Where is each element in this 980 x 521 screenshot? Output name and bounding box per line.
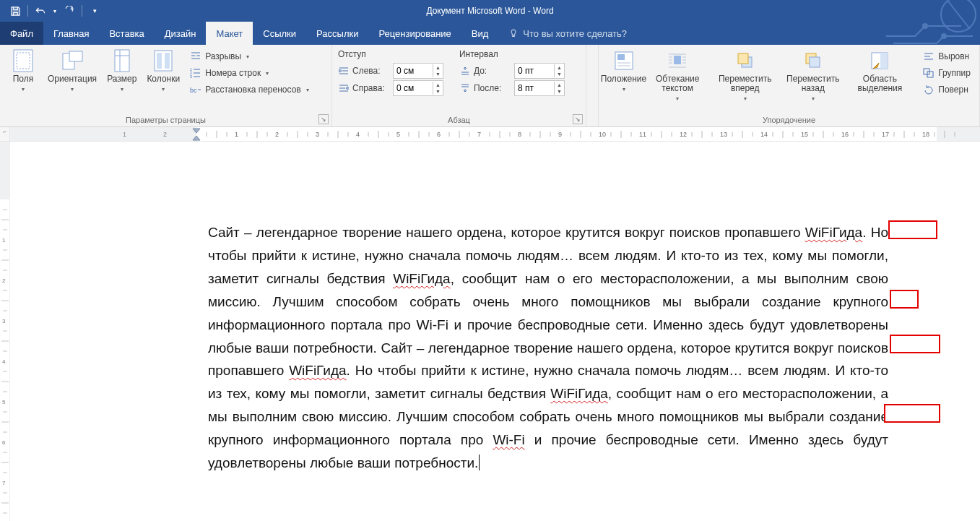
svg-text:6: 6 bbox=[437, 131, 441, 138]
qat-customize-icon[interactable]: ▾ bbox=[87, 3, 103, 19]
wrap-text-icon bbox=[666, 49, 689, 72]
svg-text:4: 4 bbox=[356, 131, 360, 138]
ruler-corner: ⌐ bbox=[0, 127, 10, 141]
tab-mailings[interactable]: Рассылки bbox=[306, 22, 368, 45]
svg-rect-16 bbox=[617, 54, 625, 60]
annotation-box bbox=[884, 404, 940, 423]
svg-rect-6 bbox=[69, 51, 82, 61]
svg-rect-21 bbox=[810, 57, 820, 67]
svg-rect-19 bbox=[738, 53, 748, 64]
page-setup-launcher[interactable]: ↘ bbox=[318, 114, 329, 124]
ribbon: Поля▾ Ориентация▾ Размер▾ Колонки▾ bbox=[0, 45, 980, 127]
undo-dropdown-icon[interactable]: ▾ bbox=[51, 3, 58, 19]
page-host[interactable]: Сайт – легендарное творение нашего орден… bbox=[10, 142, 980, 521]
group-button[interactable]: Группир bbox=[920, 66, 974, 80]
svg-text:15: 15 bbox=[801, 131, 808, 138]
send-backward-button[interactable]: Переместить назад▾ bbox=[782, 48, 844, 103]
align-button[interactable]: Выровн bbox=[920, 49, 974, 64]
spacing-header: Интервал bbox=[459, 49, 565, 59]
indent-left-input[interactable]: ▲▼ bbox=[393, 63, 443, 79]
ruler-horizontal[interactable]: ⌐ 21123456789101112131415161718 bbox=[0, 127, 980, 142]
rotate-icon bbox=[923, 84, 935, 95]
svg-text:16: 16 bbox=[841, 131, 849, 138]
paragraph-launcher[interactable]: ↘ bbox=[573, 114, 583, 124]
orientation-button[interactable]: Ориентация▾ bbox=[45, 48, 100, 94]
svg-rect-23 bbox=[880, 53, 888, 69]
document-body[interactable]: Сайт – легендарное творение нашего орден… bbox=[208, 221, 888, 475]
spelling-error[interactable]: Wi-Fi bbox=[493, 432, 524, 447]
window-title: Документ Microsoft Word - Word bbox=[0, 6, 980, 16]
tab-file[interactable]: Файл bbox=[0, 22, 43, 45]
indent-left-label: Слева: bbox=[352, 66, 390, 76]
indent-right-input[interactable]: ▲▼ bbox=[393, 80, 443, 96]
spacing-after-input[interactable]: ▲▼ bbox=[514, 80, 565, 96]
undo-icon[interactable] bbox=[32, 3, 48, 19]
spelling-error[interactable]: WiFiГида bbox=[805, 225, 862, 240]
breaks-button[interactable]: Разрывы▾ bbox=[187, 49, 312, 64]
titlebar: ▾ ▾ Документ Microsoft Word - Word bbox=[0, 0, 980, 22]
svg-text:1: 1 bbox=[2, 237, 6, 244]
svg-rect-10 bbox=[165, 53, 170, 69]
svg-text:8: 8 bbox=[518, 131, 521, 138]
tab-insert[interactable]: Вставка bbox=[99, 22, 154, 45]
svg-text:5: 5 bbox=[2, 399, 6, 405]
paragraph-caption: Абзац bbox=[448, 116, 470, 124]
line-numbers-button[interactable]: 123 Номера строк▾ bbox=[187, 66, 312, 80]
tell-me[interactable]: Что вы хотите сделать? bbox=[498, 22, 637, 45]
hyphenation-button[interactable]: bc Расстановка переносов▾ bbox=[187, 82, 312, 97]
tab-references[interactable]: Ссылки bbox=[253, 22, 306, 45]
breaks-icon bbox=[190, 51, 201, 62]
svg-text:2: 2 bbox=[163, 131, 167, 138]
svg-text:3: 3 bbox=[316, 131, 319, 138]
annotation-box bbox=[890, 290, 919, 309]
svg-text:bc: bc bbox=[190, 87, 197, 94]
rotate-button[interactable]: Поверн bbox=[920, 82, 974, 97]
tab-layout[interactable]: Макет bbox=[206, 22, 253, 45]
svg-text:12: 12 bbox=[680, 131, 687, 138]
group-paragraph: Отступ Слева: ▲▼ Справа: ▲▼ Интервал До: bbox=[332, 45, 586, 126]
position-button[interactable]: Положение▾ bbox=[604, 48, 643, 94]
tab-review[interactable]: Рецензирование bbox=[368, 22, 461, 45]
columns-icon bbox=[152, 49, 175, 72]
spelling-error[interactable]: WiFiГида bbox=[393, 271, 450, 286]
selection-pane-button[interactable]: Область выделения bbox=[849, 48, 912, 95]
svg-text:9: 9 bbox=[558, 131, 562, 138]
save-icon[interactable] bbox=[7, 3, 23, 19]
indent-right-icon bbox=[338, 83, 350, 93]
columns-button[interactable]: Колонки▾ bbox=[144, 48, 183, 94]
tab-home[interactable]: Главная bbox=[43, 22, 99, 45]
spacing-before-input[interactable]: ▲▼ bbox=[514, 63, 565, 79]
svg-text:18: 18 bbox=[922, 131, 929, 138]
bring-forward-button[interactable]: Переместить вперед▾ bbox=[712, 48, 778, 103]
ruler-vertical[interactable]: 12345678910 bbox=[0, 142, 10, 521]
spacing-before-label: До: bbox=[474, 66, 511, 76]
margins-icon bbox=[12, 49, 35, 72]
align-icon bbox=[923, 51, 935, 62]
tell-me-label: Что вы хотите сделать? bbox=[523, 28, 627, 39]
lightbulb-icon bbox=[508, 28, 519, 38]
wrap-text-button[interactable]: Обтекание текстом▾ bbox=[647, 48, 708, 103]
redo-icon[interactable] bbox=[61, 3, 77, 19]
spelling-error[interactable]: WiFiГида bbox=[550, 386, 607, 401]
spelling-error[interactable]: WiFiГида bbox=[289, 363, 346, 378]
send-backward-icon bbox=[802, 49, 825, 72]
indent-header: Отступ bbox=[338, 49, 443, 59]
spacing-after-icon bbox=[459, 83, 471, 93]
menubar: Файл Главная Вставка Дизайн Макет Ссылки… bbox=[0, 22, 980, 45]
annotation-box bbox=[890, 335, 940, 353]
hyphenation-icon: bc bbox=[190, 84, 201, 95]
tab-design[interactable]: Дизайн bbox=[155, 22, 207, 45]
tab-view[interactable]: Вид bbox=[461, 22, 499, 45]
size-button[interactable]: Размер▾ bbox=[104, 48, 139, 94]
svg-text:13: 13 bbox=[720, 131, 727, 138]
group-page-setup: Поля▾ Ориентация▾ Размер▾ Колонки▾ bbox=[0, 45, 332, 126]
svg-rect-17 bbox=[674, 56, 681, 64]
margins-button[interactable]: Поля▾ bbox=[6, 48, 40, 94]
page: Сайт – легендарное творение нашего орден… bbox=[107, 142, 952, 504]
svg-text:17: 17 bbox=[882, 131, 889, 138]
quick-access-toolbar: ▾ ▾ bbox=[0, 3, 103, 19]
svg-text:2: 2 bbox=[275, 131, 279, 138]
page-setup-caption: Параметры страницы bbox=[126, 116, 206, 124]
bring-forward-icon bbox=[734, 49, 757, 72]
svg-text:7: 7 bbox=[477, 131, 481, 138]
